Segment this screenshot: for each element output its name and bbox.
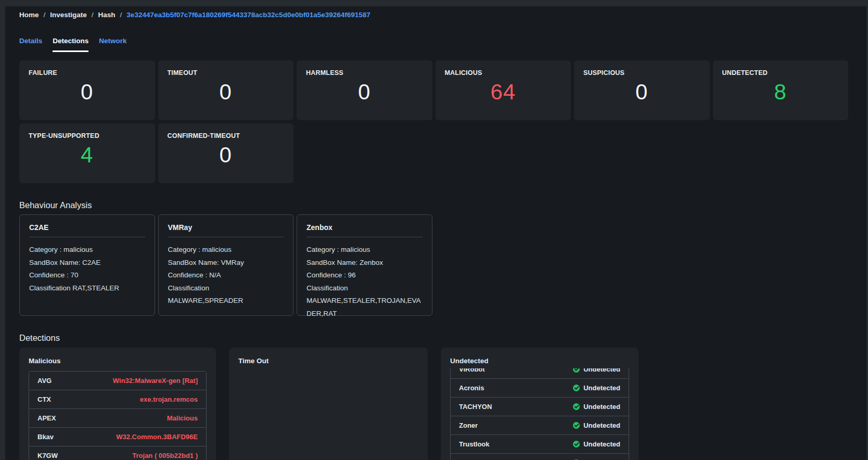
detection-row: SymantecMobileInsight Undetected [451, 454, 629, 460]
detection-row: CTX exe.trojan.remcos [29, 390, 206, 409]
check-circle-icon [573, 368, 580, 373]
malicious-panel-label: Malicious [29, 357, 207, 364]
breadcrumb-investigate[interactable]: Investigate [50, 11, 87, 19]
detection-row: TACHYON Undetected [451, 398, 629, 416]
stat-value: 0 [574, 80, 710, 105]
breadcrumb: Home / Investigate / Hash / 3e32447ea3b5… [19, 6, 848, 20]
sandbox-card-zenbox: Zenbox Category : malicious SandBox Name… [297, 214, 432, 316]
window-frame-top [0, 0, 868, 6]
detection-result: W32.Common.3BAFD96E [116, 433, 198, 441]
engine-name: Acronis [459, 384, 484, 392]
breadcrumb-hash[interactable]: Hash [98, 11, 116, 19]
divider [168, 237, 284, 237]
divider [307, 237, 423, 237]
badge-label: Undetected [583, 403, 620, 411]
stat-value: 4 [19, 143, 155, 168]
engine-name: TACHYON [459, 403, 492, 411]
stat-label: SUSPICIOUS [574, 60, 710, 76]
check-circle-icon [573, 422, 580, 429]
breadcrumb-home[interactable]: Home [19, 11, 39, 19]
stat-card-type-unsupported: TYPE-UNSUPPORTED 4 [19, 123, 155, 183]
sandbox-card-vmray: VMRay Category : malicious SandBox Name:… [158, 214, 294, 316]
stat-value: 8 [713, 80, 849, 105]
stat-value: 0 [19, 80, 155, 105]
engine-name: APEX [37, 414, 56, 422]
sandbox-card-title: Zenbox [307, 223, 423, 232]
sandbox-category: Category : malicious [168, 244, 284, 257]
engine-name: CTX [37, 395, 51, 403]
undetected-badge: Undetected [573, 440, 620, 448]
undetected-badge: Undetected [573, 403, 620, 411]
breadcrumb-separator: / [92, 11, 94, 19]
detection-result: exe.trojan.remcos [140, 395, 198, 403]
engine-name: AVG [37, 377, 52, 385]
sandbox-card-title: VMRay [168, 223, 284, 232]
breadcrumb-hash-value[interactable]: 3e32447ea3b5f07c7f6a180269f5443378acb32c… [126, 11, 370, 19]
check-circle-icon [573, 441, 580, 448]
check-circle-icon [573, 385, 580, 391]
detection-result: Win32:MalwareX-gen [Rat] [113, 377, 198, 385]
detections-undetected-panel: Undetected ViRobot Undetected Acronis [441, 348, 639, 460]
behaviour-analysis-title: Behaviour Analysis [19, 200, 848, 210]
engine-name: Trustlook [459, 440, 490, 448]
detection-row: K7GW Trojan ( 005b22bd1 ) [29, 446, 206, 460]
stat-card-failure: FAILURE 0 [19, 60, 155, 120]
engine-name: Bkav [37, 433, 54, 441]
stat-label: FAILURE [19, 60, 155, 76]
detection-row: ViRobot Undetected [451, 368, 629, 379]
page: Home / Investigate / Hash / 3e32447ea3b5… [19, 6, 848, 460]
detections-malicious-panel: Malicious AVG Win32:MalwareX-gen [Rat] C… [19, 348, 216, 460]
stat-card-harmless: HARMLESS 0 [297, 60, 432, 120]
detections-timeout-panel: Time Out [229, 348, 428, 460]
stat-label: UNDETECTED [713, 60, 849, 76]
detections-grid: Malicious AVG Win32:MalwareX-gen [Rat] C… [19, 348, 848, 460]
stat-card-undetected: UNDETECTED 8 [713, 60, 849, 120]
sandbox-name: SandBox Name: C2AE [29, 257, 145, 270]
sandbox-classification: Classification MALWARE,SPREADER [168, 282, 284, 308]
tab-network[interactable]: Network [99, 37, 126, 52]
detection-row: Bkav W32.Common.3BAFD96E [29, 428, 206, 446]
undetected-panel-label: Undetected [450, 357, 629, 364]
stat-label: CONFIRMED-TIMEOUT [158, 123, 294, 139]
tab-details[interactable]: Details [19, 37, 42, 52]
detection-row: Acronis Undetected [451, 379, 629, 398]
engine-name: Zoner [459, 421, 478, 429]
undetected-badge: Undetected [573, 421, 620, 429]
sandbox-confidence: Confidence : N/A [168, 269, 284, 282]
window-frame-left [0, 0, 5, 460]
detection-row: Trustlook Undetected [451, 435, 629, 454]
engine-name: K7GW [37, 452, 58, 459]
sandbox-name: SandBox Name: VMRay [168, 257, 284, 270]
badge-label: Undetected [583, 384, 620, 392]
detections-title: Detections [19, 333, 848, 343]
sandbox-category: Category : malicious [29, 244, 145, 257]
undetected-table-scroll[interactable]: ViRobot Undetected Acronis Undetected [450, 368, 629, 460]
undetected-badge: Undetected [573, 368, 620, 373]
stat-card-timeout: TIMEOUT 0 [158, 60, 294, 120]
detection-result: Malicious [167, 414, 198, 422]
stat-card-malicious: MALICIOUS 64 [436, 60, 571, 120]
sandbox-classification: Classification RAT,STEALER [29, 282, 145, 295]
badge-label: Undetected [583, 368, 620, 373]
sandbox-confidence: Confidence : 70 [29, 269, 145, 282]
detection-row: Zoner Undetected [451, 416, 629, 435]
stat-value: 0 [297, 80, 432, 105]
sandbox-category: Category : malicious [307, 244, 423, 257]
engine-name: ViRobot [459, 368, 485, 373]
detection-row: AVG Win32:MalwareX-gen [Rat] [29, 372, 206, 390]
stat-label: MALICIOUS [436, 60, 571, 76]
behaviour-grid: C2AE Category : malicious SandBox Name: … [19, 214, 848, 316]
detection-result: Trojan ( 005b22bd1 ) [132, 452, 198, 459]
breadcrumb-separator: / [44, 11, 46, 19]
sandbox-classification: Classification MALWARE,STEALER,TROJAN,EV… [307, 282, 423, 321]
breadcrumb-separator: / [120, 11, 122, 19]
stat-label: TIMEOUT [158, 60, 294, 76]
malicious-table: AVG Win32:MalwareX-gen [Rat] CTX exe.tro… [29, 371, 207, 460]
sandbox-card-title: C2AE [29, 223, 145, 232]
tab-bar: Details Detections Network [19, 37, 848, 52]
stat-value: 64 [436, 80, 571, 105]
stat-value: 0 [158, 143, 294, 168]
divider [29, 237, 145, 237]
stat-label: HARMLESS [297, 60, 432, 76]
tab-detections[interactable]: Detections [53, 37, 88, 52]
